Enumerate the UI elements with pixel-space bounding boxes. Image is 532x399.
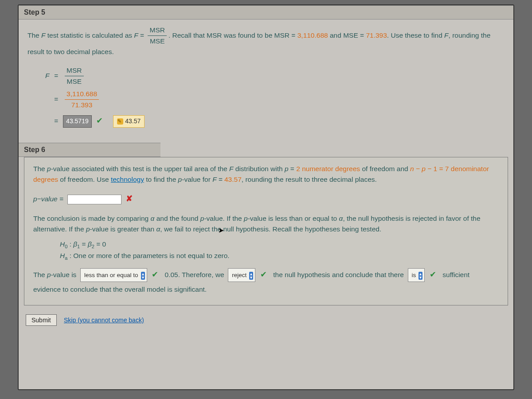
var-F: F (45, 72, 49, 79)
step6-paragraph1: The p-value associated with this test is… (33, 164, 499, 185)
var-p: p (47, 271, 51, 278)
text: = (289, 165, 297, 172)
text: the null hypothesis and conclude that th… (273, 271, 404, 278)
cross-icon: ✘ (126, 194, 133, 203)
select-arrows-icon: ▴▾ (419, 272, 422, 280)
hint-box: 43.57 (113, 115, 145, 128)
frac-num: MSR (148, 25, 166, 36)
skip-link[interactable]: Skip (you cannot come back) (64, 317, 144, 324)
f-value: 43.57 (224, 176, 242, 183)
text: . Use these to find (387, 31, 444, 39)
frac-den: MSE (148, 36, 166, 47)
select-evidence[interactable]: is▴▾ (408, 268, 425, 282)
text: of freedom. Use (58, 176, 111, 183)
text: F = (212, 176, 224, 183)
worksheet-screen: Step 5 The F test statistic is calculate… (18, 4, 514, 390)
step5-body: The F test statistic is calculated as F … (19, 20, 513, 143)
text: of freedom and (360, 165, 410, 172)
frac-num-val: 3,110.688 (65, 89, 99, 100)
mse-value: 71.393 (366, 31, 387, 39)
var-p: p (47, 165, 51, 172)
text: and MSE = (328, 31, 366, 39)
text: to find the (144, 176, 178, 183)
hint-value: 43.57 (125, 117, 141, 125)
null-hypothesis: H0 : β1 = β2 = 0 (60, 239, 499, 250)
pvalue-input[interactable] (67, 195, 121, 204)
msr-value: 3,110.688 (297, 31, 328, 39)
select-arrows-icon: ▴▾ (249, 272, 253, 280)
check-icon: ✔ (152, 270, 158, 279)
step6-header: Step 6 (19, 143, 160, 157)
check-icon: ✔ (430, 270, 436, 279)
step5-header: Step 5 (19, 5, 513, 20)
select-value: is (412, 272, 416, 278)
conclusion-sentence: The p-value is less than or equal to▴▾ ✔… (33, 266, 499, 296)
text: 0.05. Therefore, we (165, 271, 224, 278)
step6-body: The p-value associated with this test is… (24, 157, 508, 305)
pvalue-row: p−value = ✘ (33, 193, 499, 205)
fraction-msr-mse: MSR MSE (65, 65, 83, 87)
text: -value for (182, 176, 212, 183)
var-p: p (285, 165, 289, 172)
select-value: less than or equal to (84, 272, 138, 278)
text: The (27, 31, 41, 39)
var-F: F (134, 31, 138, 39)
text: -value associated with this test is the … (51, 165, 229, 172)
frac-den: MSE (65, 76, 83, 87)
select-decision[interactable]: reject▴▾ (228, 268, 255, 282)
cursor-icon: ➤ (218, 226, 224, 235)
select-arrows-icon: ▴▾ (141, 272, 145, 280)
check-icon: ✔ (260, 270, 267, 279)
select-value: reject (232, 272, 246, 278)
answer-input-filled[interactable]: 43.5719 (63, 115, 92, 128)
text: . Recall that MSR was found to be MSR = (168, 31, 297, 39)
button-row: Submit Skip (you cannot come back) (26, 314, 506, 326)
step6-paragraph2: The conclusion is made by comparing α an… (33, 213, 499, 235)
select-comparison[interactable]: less than or equal to▴▾ (80, 268, 147, 282)
submit-button[interactable]: Submit (26, 314, 57, 326)
text: The (33, 165, 47, 172)
pencil-icon (117, 118, 123, 125)
hypotheses: H0 : β1 = β2 = 0 Ha : One or more of the… (60, 239, 499, 262)
fraction-values: 3,110.688 71.393 (65, 89, 99, 110)
frac-den-val: 71.393 (65, 100, 99, 110)
step5-calc: F = MSR MSE F = 3,110.688 71.393 F = 43.… (45, 65, 505, 128)
equals: = (51, 94, 61, 105)
var-p: p (178, 176, 182, 183)
step5-intro: The F test statistic is calculated as F … (27, 25, 505, 57)
fraction-msr-mse: MSR MSE (148, 25, 166, 47)
text: test statistic is calculated as (45, 31, 134, 39)
equals: = (51, 116, 61, 126)
num-df: 2 numerator degrees (296, 165, 360, 172)
technology-link[interactable]: technology (111, 176, 144, 183)
text: , rounding the result to three decimal p… (242, 176, 377, 183)
text: The (33, 271, 47, 278)
check-icon: ✔ (96, 116, 103, 125)
text: distribution with (233, 165, 284, 172)
var-F: F (444, 31, 448, 39)
pvalue-label: p−value = (33, 195, 63, 203)
text: -value is (51, 271, 77, 278)
alt-hypothesis: Ha : One or more of the parameters is no… (60, 250, 499, 262)
equals: = (51, 70, 61, 81)
frac-num: MSR (65, 65, 83, 76)
